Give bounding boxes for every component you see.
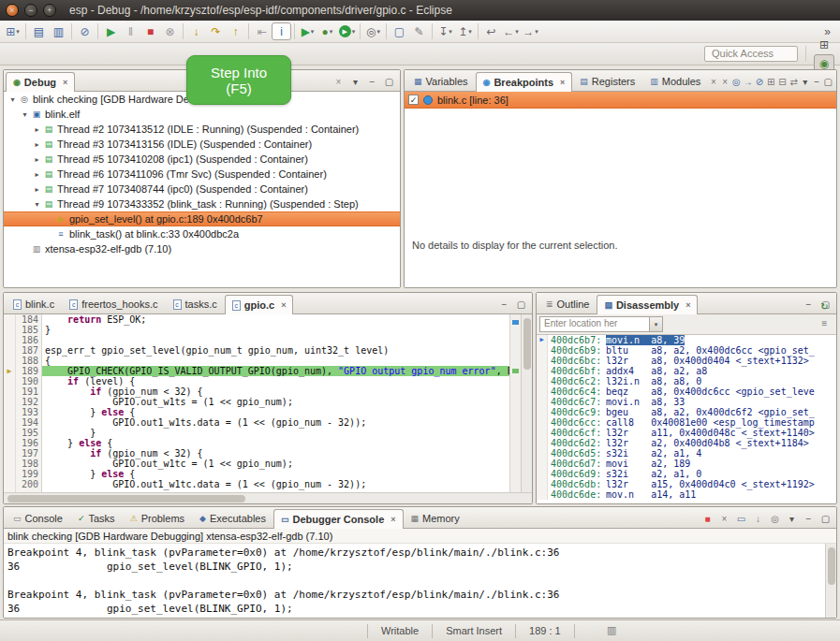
console-vertical-scrollbar[interactable] xyxy=(825,544,836,618)
debug-tree-row[interactable]: ≡blink_task() at blink.c:33 0x400dbc2a xyxy=(4,226,400,241)
tab-blink-c[interactable]: cblink.c xyxy=(6,294,62,313)
disassembly-row[interactable]: 400dc6d9:s32i a2, a1, 0 xyxy=(537,469,836,479)
disassembly-row[interactable]: 400dc6cc:call8 0x40081e00 <esp_log_times… xyxy=(537,417,836,428)
step-over-icon[interactable]: ↷ xyxy=(206,22,226,40)
disassembly-row[interactable]: 400dc6bc:l32r a8, 0x400d0404 <_stext+113… xyxy=(537,356,836,366)
maximize-icon[interactable]: ▢ xyxy=(823,74,833,89)
save-all-icon[interactable]: ▥ xyxy=(49,22,68,40)
minimize-icon[interactable]: − xyxy=(801,297,817,312)
next-annotation-icon[interactable]: ↧▾ xyxy=(435,22,455,40)
code-line[interactable]: } else { xyxy=(42,438,509,448)
tree-expander-icon[interactable]: ▸ xyxy=(32,140,42,149)
debug-icon[interactable]: ●▾ xyxy=(317,22,337,40)
code-line[interactable] xyxy=(42,335,509,345)
disassembly-row[interactable]: 400dc6c4:beqz a8, 0x400dc6cc <gpio_set_l… xyxy=(537,386,836,397)
search-icon[interactable]: ◎▾ xyxy=(363,22,383,40)
debug-tree-row[interactable]: ▸▤Thread #5 1073410208 (ipc1) (Suspended… xyxy=(4,152,400,167)
window-maximize-button[interactable]: + xyxy=(43,4,56,17)
tab-variables[interactable]: ▦Variables xyxy=(406,71,476,91)
overview-ruler[interactable] xyxy=(509,314,521,492)
remove-breakpoint-icon[interactable]: × xyxy=(708,74,718,89)
code-line[interactable]: GPIO.out1_w1ts.data = (1 << (gpio_num - … xyxy=(42,417,509,428)
code-line[interactable]: GPIO.out_w1tc = (1 << gpio_num); xyxy=(42,459,509,469)
terminate-icon[interactable]: ■ xyxy=(700,511,715,526)
disassembly-row[interactable]: 400dc6c9:bgeu a8, a2, 0x400dc6f2 <gpio_s… xyxy=(537,407,836,417)
suspend-icon[interactable]: ‖ xyxy=(121,22,140,40)
tab-modules[interactable]: ▥Modules xyxy=(642,71,708,91)
code-line[interactable]: } else { xyxy=(42,407,509,417)
skip-all-breakpoints-icon[interactable]: ⊘ xyxy=(75,22,95,40)
window-close-button[interactable]: × xyxy=(6,4,19,17)
disassembly-row[interactable]: 400dc6b9:bltu a8, a2, 0x400dc6cc <gpio_s… xyxy=(537,345,836,356)
code-line[interactable]: { xyxy=(42,356,509,366)
progress-indicator-icon[interactable]: ▥ xyxy=(607,624,616,636)
tab-console[interactable]: ▭Console xyxy=(6,508,70,528)
quick-access-field[interactable]: Quick Access xyxy=(704,46,798,62)
debug-tree-row[interactable]: ▸▤Thread #6 1073411096 (Tmr Svc) (Suspen… xyxy=(4,167,400,182)
dropdown-arrow-icon[interactable]: ▾ xyxy=(376,28,380,36)
disconnect-icon[interactable]: ⊗ xyxy=(160,22,180,40)
instruction-stepping-icon[interactable]: i xyxy=(272,22,291,40)
back-icon[interactable]: ←▾ xyxy=(501,22,521,40)
dropdown-arrow-icon[interactable]: ▾ xyxy=(515,28,519,36)
tree-expander-icon[interactable]: ▸ xyxy=(32,155,42,164)
code-line[interactable]: if (gpio_num < 32) { xyxy=(42,448,509,459)
dropdown-arrow-icon[interactable]: ▾ xyxy=(352,28,356,36)
disassembly-row[interactable]: ▶400dc6b7:movi.n a8, 39 xyxy=(537,335,836,345)
breakpoint-checkbox[interactable]: ✓ xyxy=(408,95,419,105)
open-type-icon[interactable]: ▢ xyxy=(390,22,409,40)
go-to-file-icon[interactable]: → xyxy=(743,74,753,89)
code-line[interactable]: GPIO.out_w1ts = (1 << gpio_num); xyxy=(42,397,509,407)
tab-freertos-hooks-c[interactable]: cfreertos_hooks.c xyxy=(62,294,165,313)
maximize-icon[interactable]: ▢ xyxy=(381,74,397,89)
close-icon[interactable]: × xyxy=(391,515,395,524)
code-line[interactable]: if (level) { xyxy=(42,376,509,386)
location-input[interactable]: Enter location her xyxy=(539,316,650,332)
tab-problems[interactable]: ⚠Problems xyxy=(123,508,193,528)
code-line[interactable]: return ESP_OK; xyxy=(42,314,509,325)
disassembly-row[interactable]: 400dc6d5:s32i a2, a1, 4 xyxy=(537,448,836,459)
disassembly-row[interactable]: 400dc6d7:movi a2, 189 xyxy=(537,459,836,469)
show-breakpoints-for-icon[interactable]: ◎ xyxy=(731,74,742,89)
dropdown-arrow-icon[interactable]: ▾ xyxy=(535,28,538,36)
code-line[interactable]: esp_err_t gpio_set_level(gpio_num_t gpio… xyxy=(42,345,509,356)
breakpoint-row[interactable]: ✓ blink.c [line: 36] xyxy=(405,92,836,109)
tab-tasks[interactable]: ✓Tasks xyxy=(70,508,123,528)
link-with-debug-view-icon[interactable]: ⇄ xyxy=(788,74,799,89)
close-icon[interactable]: × xyxy=(63,78,67,87)
tab-tasks-c[interactable]: ctasks.c xyxy=(166,294,225,313)
last-edit-location-icon[interactable]: ↩ xyxy=(481,22,501,40)
breakpoint-ruler[interactable]: ▶ xyxy=(4,314,16,492)
clear-console-icon[interactable]: ▭ xyxy=(733,511,749,526)
dropdown-arrow-icon[interactable]: ▾ xyxy=(311,28,315,36)
tab-breakpoints[interactable]: ◉Breakpoints× xyxy=(476,72,573,92)
location-dropdown-icon[interactable]: ▾ xyxy=(650,316,663,332)
dropdown-arrow-icon[interactable]: ▾ xyxy=(330,28,333,36)
remove-all-breakpoints-icon[interactable]: × xyxy=(720,74,730,89)
disassembly-row[interactable]: 400dc6c2:l32i.n a8, a8, 0 xyxy=(537,376,836,386)
show-source-icon[interactable]: ≡ xyxy=(817,316,833,331)
run-icon[interactable]: ▶▾ xyxy=(337,22,357,40)
tree-expander-icon[interactable]: ▸ xyxy=(32,185,42,194)
scrollbar-thumb[interactable] xyxy=(828,547,835,585)
skip-all-breakpoints-icon[interactable]: ⊘ xyxy=(754,74,764,89)
drop-to-frame-icon[interactable]: ⇤ xyxy=(252,22,272,40)
tab-outline[interactable]: ≣Outline xyxy=(538,294,597,313)
disassembly-row[interactable]: 400dc6cf:l32r a11, 0x400d048c <_stext+11… xyxy=(537,428,836,438)
close-icon[interactable]: × xyxy=(560,78,565,87)
step-return-icon[interactable]: ↑ xyxy=(226,22,245,40)
debug-tree-row[interactable]: ▸▤Thread #2 1073413512 (IDLE : Running) … xyxy=(4,122,400,137)
minimize-icon[interactable]: − xyxy=(811,74,821,89)
remove-all-terminated-icon[interactable]: × xyxy=(331,74,346,89)
expand-all-icon[interactable]: ⊞ xyxy=(766,74,776,89)
tab-debugger-console[interactable]: ▭Debugger Console× xyxy=(273,509,404,529)
dropdown-arrow-icon[interactable]: ▾ xyxy=(468,28,472,36)
debug-tree-row[interactable]: ▸▤Thread #3 1073413156 (IDLE) (Suspended… xyxy=(4,137,400,152)
remove-launch-icon[interactable]: × xyxy=(716,511,732,526)
code-line[interactable]: } else { xyxy=(42,469,509,479)
step-into-icon[interactable]: ↓ xyxy=(186,22,206,40)
terminate-icon[interactable]: ■ xyxy=(140,22,160,40)
minimize-icon[interactable]: − xyxy=(496,297,512,312)
code-line[interactable]: GPIO_CHECK(GPIO_IS_VALID_OUTPUT_GPIO(gpi… xyxy=(42,366,509,376)
tab-executables[interactable]: ◆Executables xyxy=(192,508,273,528)
